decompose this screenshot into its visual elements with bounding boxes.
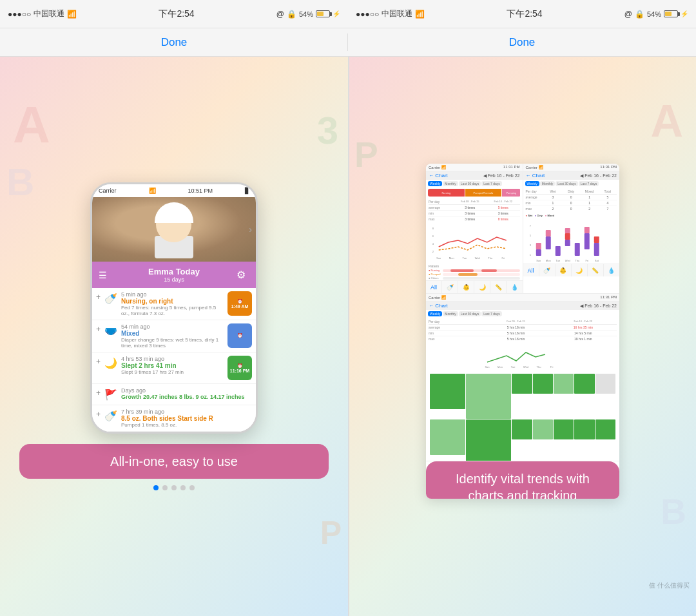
svg-rect-14 — [536, 249, 541, 256]
chart-carrier-2: Carrier 📶 — [526, 165, 543, 169]
time-right: 下午2:54 — [507, 8, 542, 20]
growth-icon: 🚩 — [104, 387, 118, 401]
menu-icon[interactable]: ☰ — [99, 270, 111, 280]
svg-rect-22 — [574, 243, 579, 256]
back-icon-1[interactable]: ← Chart — [429, 173, 448, 178]
svg-rect-16 — [545, 236, 550, 249]
tab-monthly-1[interactable]: Monthly — [443, 181, 458, 186]
sleep-btn-time: 11:16 PM — [230, 369, 249, 373]
bottle-btn-2[interactable]: 🍼 — [539, 264, 556, 276]
app-title-block: Emma Today 15 days — [111, 267, 237, 283]
tab-monthly-2[interactable]: Monthly — [540, 181, 556, 186]
feed-item-pump: + 🍼 7 hrs 39 min ago 8.5 oz. Both sides … — [92, 405, 256, 432]
diaper-btn-2[interactable]: 👶 — [556, 264, 572, 276]
sleep-btn[interactable]: ⏰ 11:16 PM — [227, 356, 252, 380]
settings-icon[interactable]: ⚙ — [237, 269, 249, 282]
svg-text:1: 1 — [529, 253, 531, 256]
table-row-avg: average 3 times 5 times — [429, 205, 520, 211]
tab-last30-1[interactable]: Last 30 days — [459, 181, 481, 186]
grid-cell — [466, 419, 511, 461]
deco-a-right: A — [650, 95, 683, 147]
deco-a-left: A — [13, 95, 50, 155]
diaper-btn[interactable]: ⏰ — [227, 323, 252, 348]
status-right-carrier: ●●●○○ 中国联通 📶 — [356, 8, 425, 19]
tab-monthly-3[interactable]: Monthly — [443, 311, 458, 316]
phone-battery-left: ▊ — [245, 188, 249, 194]
svg-text:Wed: Wed — [565, 259, 570, 262]
plus-icon-4[interactable]: + — [96, 389, 101, 398]
table-row-max: max 3 times 8 times — [429, 217, 520, 222]
grid-cell — [430, 419, 465, 455]
nursing-btn[interactable]: ⏰ 1:49 AM — [227, 291, 252, 316]
svg-text:Mon: Mon — [449, 256, 454, 260]
plus-icon-3[interactable]: + — [96, 357, 101, 366]
carrier-left: 中国联通 — [34, 8, 64, 19]
alarm-icon-1: ⏰ — [237, 299, 243, 304]
pump-btn-1[interactable]: 💧 — [507, 281, 522, 293]
status-bar-right: ●●●○○ 中国联通 📶 下午2:54 @ 🔒 54% ⚡ — [348, 0, 696, 28]
chart-svg-1: 8 6 4 2 Sun Mon Tue Wed Thu — [429, 224, 520, 260]
wifi-icon-right: 📶 — [415, 10, 425, 19]
back-icon-2[interactable]: ← Chart — [526, 173, 545, 178]
date-range-2: ◀ Feb 16 - Feb 22 — [580, 173, 617, 178]
pattern-row-1: ● Nursing — [429, 269, 520, 272]
dot-4-left[interactable] — [180, 485, 186, 490]
diaper-row-max: max 2 0 2 7 — [526, 206, 617, 211]
growth-btn-2[interactable]: 📏 — [588, 264, 604, 276]
dot-2-left[interactable] — [162, 485, 168, 490]
sleep-time: 4 hrs 53 min ago — [121, 356, 224, 362]
chevron-right-icon[interactable]: › — [249, 224, 252, 235]
all-btn-2[interactable]: All — [523, 264, 539, 276]
pump-detail: Pumped 1 times, 8.5 oz. — [121, 422, 252, 428]
done-button-right[interactable]: Done — [509, 36, 536, 49]
svg-text:6: 6 — [432, 235, 434, 238]
sleep-btn-1[interactable]: 🌙 — [474, 281, 490, 293]
baby-hat — [155, 202, 193, 223]
svg-text:Sun: Sun — [436, 256, 441, 260]
chart-time-1: 11:31 PM — [503, 165, 520, 169]
dot-1-left[interactable] — [153, 485, 159, 490]
deco-p-left: P — [320, 514, 342, 552]
tab-last7-1[interactable]: Last 7 days — [481, 181, 502, 186]
svg-text:Tue: Tue — [556, 259, 561, 262]
svg-rect-26 — [594, 236, 599, 243]
dot-3-left[interactable] — [171, 485, 177, 490]
chart-tabs-1: Weekly Monthly Last 30 days Last 7 days — [426, 180, 523, 188]
plus-icon-2[interactable]: + — [96, 325, 101, 334]
deco-b-right: B — [661, 491, 686, 532]
growth-time: Days ago — [121, 387, 252, 394]
sleep-header: Per day Feb 09 - Feb 15 Feb 16 - Feb 22 — [429, 319, 617, 325]
plus-icon-1[interactable]: + — [96, 293, 101, 302]
signal-dots-left: ●●●○○ — [8, 10, 31, 19]
pump-content: 7 hrs 39 min ago 8.5 oz. Both sides Star… — [121, 409, 252, 428]
sleep-btn-2[interactable]: 🌙 — [572, 264, 588, 276]
chart-diaper: Carrier 📶 11:31 PM ← Chart ◀ Feb 16 - Fe… — [523, 164, 620, 293]
tab-last7-3[interactable]: Last 7 days — [481, 311, 502, 316]
svg-rect-20 — [565, 233, 570, 240]
done-button-left[interactable]: Done — [161, 36, 188, 49]
chart-feeding: Carrier 📶 11:31 PM ← Chart ◀ Feb 16 - Fe… — [426, 164, 523, 293]
pump-btn-2[interactable]: 💧 — [604, 264, 619, 276]
pump-time: 7 hrs 39 min ago — [121, 409, 252, 415]
tab-last7-2[interactable]: Last 7 days — [579, 181, 599, 186]
plus-icon-5[interactable]: + — [96, 410, 101, 419]
back-icon-3[interactable]: ← Chart — [429, 303, 448, 309]
growth-btn-1[interactable]: 📏 — [490, 281, 507, 293]
svg-text:2: 2 — [432, 250, 434, 253]
dot-5-left[interactable] — [189, 485, 195, 490]
all-btn-1[interactable]: All — [426, 281, 442, 293]
left-panel: A B 3 P Carrier 📶 10:51 PM ▊ › — [0, 57, 348, 616]
diaper-btn-1[interactable]: 👶 — [458, 281, 474, 293]
bottle-btn-1[interactable]: 🍼 — [442, 281, 458, 293]
tab-weekly-1[interactable]: Weekly — [428, 181, 442, 186]
tab-last30-3[interactable]: Last 30 days — [459, 311, 481, 316]
diaper-content: 54 min ago Mixed Diaper change 9 times: … — [121, 323, 224, 349]
sleep-detail: Slept 9 times 17 hrs 27 min — [121, 369, 224, 375]
svg-text:Fri: Fri — [550, 365, 554, 369]
app-subtitle: 15 days — [111, 276, 237, 283]
stats-table-2: Per day Wet Dirty Mixed Total average 3 … — [523, 188, 620, 213]
tab-weekly-2[interactable]: Weekly — [525, 181, 539, 186]
tab-last30-2[interactable]: Last 30 days — [556, 181, 577, 186]
tab-weekly-3[interactable]: Weekly — [428, 311, 442, 316]
phone-status-left: Carrier 📶 10:51 PM ▊ — [92, 184, 256, 197]
